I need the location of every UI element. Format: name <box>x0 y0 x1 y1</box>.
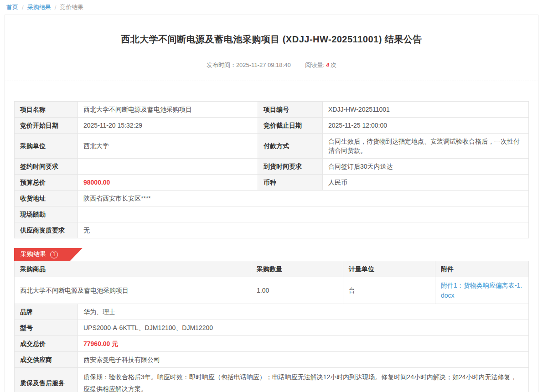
views-counter: 阅读量:4次 <box>305 62 336 68</box>
table-row: 预算总价 98000.00 币种 人民币 <box>15 175 529 191</box>
table-header-row: 采购商品 采购数量 计量单位 附件 <box>15 261 529 277</box>
result-label-model: 型号 <box>15 320 78 336</box>
header-unit: 计量单位 <box>343 261 435 277</box>
table-row: 质保及售后服务 质保期：验收合格后3年。响应时效：即时响应（包括电话响应）；电话… <box>15 368 529 392</box>
info-value-budget: 98000.00 <box>78 175 258 191</box>
result-value-deal-price: 77960.00 元 <box>78 336 529 352</box>
info-value-project-code: XDJJ-HW-202511001 <box>323 102 529 118</box>
result-label-deal-price: 成交总价 <box>15 336 78 352</box>
announcement-card: 西北大学不间断电源及蓄电池采购项目 (XDJJ-HW-202511001) 结果… <box>5 15 538 392</box>
info-value-qualification: 无 <box>78 222 529 238</box>
info-label-bid-start: 竞价开始日期 <box>15 118 78 134</box>
header-quantity: 采购数量 <box>251 261 343 277</box>
info-value-site-survey <box>78 206 529 222</box>
info-label-sign-time: 签约时间要求 <box>15 159 78 175</box>
info-label-currency: 币种 <box>258 175 323 191</box>
product-attachment-cell: 附件1：货物类响应偏离表-1.docx <box>435 277 529 304</box>
info-label-purchaser: 采购单位 <box>15 134 78 159</box>
table-row: 项目名称 西北大学不间断电源及蓄电池采购项目 项目编号 XDJJ-HW-2025… <box>15 102 529 118</box>
table-row: 签约时间要求 到货时间要求 合同签订后30天内送达 <box>15 159 529 175</box>
project-info-table: 项目名称 西北大学不间断电源及蓄电池采购项目 项目编号 XDJJ-HW-2025… <box>14 101 529 238</box>
info-value-bid-end: 2025-11-25 12:00:00 <box>323 118 529 134</box>
views-count: 4 <box>326 62 329 68</box>
product-row: 西北大学不间断电源及蓄电池采购项目 1.00 台 附件1：货物类响应偏离表-1.… <box>15 277 529 304</box>
publish-meta: 发布时间：2025-11-27 09:18:40 阅读量:4次 <box>5 61 538 69</box>
result-value-model: UPS2000-A-6KTTL、DJM12100、DJM12200 <box>78 320 529 336</box>
result-label-brand: 品牌 <box>15 304 78 320</box>
info-label-address: 收货地址 <box>15 191 78 206</box>
info-value-bid-start: 2025-11-20 15:32:29 <box>78 118 258 134</box>
page-title: 西北大学不间断电源及蓄电池采购项目 (XDJJ-HW-202511001) 结果… <box>5 33 538 46</box>
info-value-address: 陕西省西安市长安区**** <box>78 191 529 206</box>
info-value-payment: 合同生效后，待货物到达指定地点、安装调试验收合格后，一次性付清合同货款。 <box>323 134 529 159</box>
info-label-delivery-time: 到货时间要求 <box>258 159 323 175</box>
table-row: 成交总价 77960.00 元 <box>15 336 529 352</box>
result-section-badge: 采购结果 1 <box>14 248 83 261</box>
info-label-qualification: 供应商资质要求 <box>15 222 78 238</box>
divider <box>5 81 538 81</box>
info-label-project-code: 项目编号 <box>258 102 323 118</box>
info-value-purchaser: 西北大学 <box>78 134 258 159</box>
product-name: 西北大学不间断电源及蓄电池采购项目 <box>15 277 251 304</box>
info-value-sign-time <box>78 159 258 175</box>
table-row: 成交供应商 西安索曼电子科技有限公司 <box>15 352 529 368</box>
breadcrumb-separator: / <box>55 4 57 11</box>
publish-time-value: 2025-11-27 09:18:40 <box>236 62 291 68</box>
breadcrumb-separator: / <box>22 4 24 11</box>
info-value-delivery-time: 合同签订后30天内送达 <box>323 159 529 175</box>
info-label-payment: 付款方式 <box>258 134 323 159</box>
result-badge-label: 采购结果 <box>21 250 46 258</box>
breadcrumb-current: 竞价结果 <box>60 3 83 11</box>
table-row: 型号 UPS2000-A-6KTTL、DJM12100、DJM12200 <box>15 320 529 336</box>
product-unit: 台 <box>343 277 435 304</box>
attachment-link[interactable]: 附件1：货物类响应偏离表-1.docx <box>441 280 523 300</box>
views-label: 阅读量: <box>305 62 325 68</box>
table-row: 收货地址 陕西省西安市长安区**** <box>15 191 529 206</box>
table-row: 供应商资质要求 无 <box>15 222 529 238</box>
table-row: 现场踏勘 <box>15 206 529 222</box>
breadcrumb-home-link[interactable]: 首页 <box>6 3 18 11</box>
result-value-warranty: 质保期：验收合格后3年。响应时效：即时响应（包括电话响应）；电话响应无法解决12… <box>78 368 529 392</box>
views-unit: 次 <box>331 62 336 68</box>
publish-time-label: 发布时间： <box>207 62 236 68</box>
info-label-site-survey: 现场踏勘 <box>15 206 78 222</box>
info-label-budget: 预算总价 <box>15 175 78 191</box>
breadcrumb-results-link[interactable]: 采购结果 <box>27 3 51 11</box>
purchase-result-table: 采购商品 采购数量 计量单位 附件 西北大学不间断电源及蓄电池采购项目 1.00… <box>14 261 529 392</box>
table-row: 品牌 华为、理士 <box>15 304 529 320</box>
publish-time: 发布时间：2025-11-27 09:18:40 <box>207 62 291 68</box>
result-value-brand: 华为、理士 <box>78 304 529 320</box>
result-label-warranty: 质保及售后服务 <box>15 368 78 392</box>
table-row: 竞价开始日期 2025-11-20 15:32:29 竞价截止日期 2025-1… <box>15 118 529 134</box>
result-value-supplier: 西安索曼电子科技有限公司 <box>78 352 529 368</box>
result-badge-count: 1 <box>50 251 58 258</box>
product-quantity: 1.00 <box>251 277 343 304</box>
table-row: 采购单位 西北大学 付款方式 合同生效后，待货物到达指定地点、安装调试验收合格后… <box>15 134 529 159</box>
header-product: 采购商品 <box>15 261 251 277</box>
result-label-supplier: 成交供应商 <box>15 352 78 368</box>
breadcrumb: 首页 / 采购结果 / 竞价结果 <box>0 0 543 15</box>
info-label-project-name: 项目名称 <box>15 102 78 118</box>
content-area: 项目名称 西北大学不间断电源及蓄电池采购项目 项目编号 XDJJ-HW-2025… <box>5 101 538 392</box>
info-label-bid-end: 竞价截止日期 <box>258 118 323 134</box>
info-value-currency: 人民币 <box>323 175 529 191</box>
header-attachment: 附件 <box>435 261 529 277</box>
info-value-project-name: 西北大学不间断电源及蓄电池采购项目 <box>78 102 258 118</box>
